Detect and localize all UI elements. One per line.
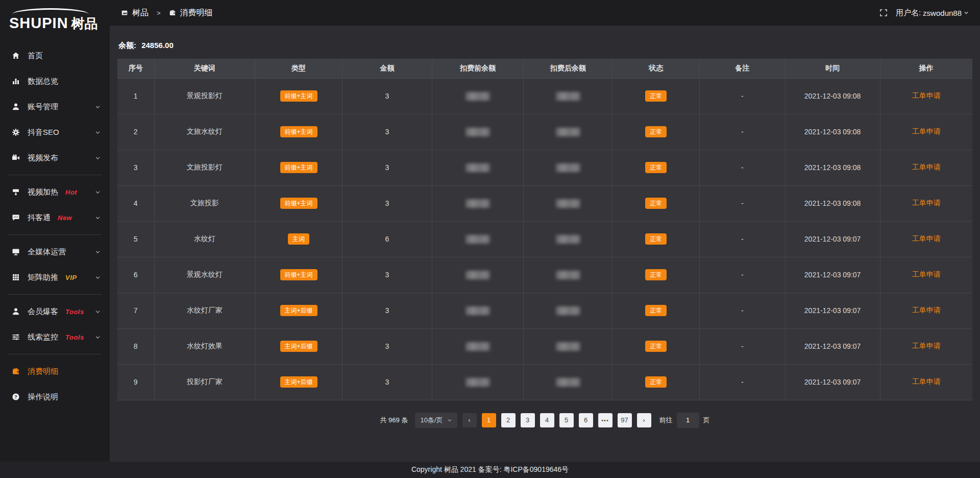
work-order-link[interactable]: 工单申请 <box>912 342 941 350</box>
divider <box>8 234 102 235</box>
table-row: 7 水纹灯厂家 主词+后缀 3 正常 - 2021-12-03 09:07 工单… <box>117 293 972 328</box>
type-badge: 前缀+主词 <box>280 269 317 280</box>
table-row: 8 水纹灯效果 主词+后缀 3 正常 - 2021-12-03 09:07 工单… <box>117 328 972 364</box>
page-number-button[interactable]: 6 <box>579 413 593 427</box>
status-badge: 正常 <box>645 126 667 137</box>
page-number-button[interactable]: 2 <box>501 413 516 427</box>
cell-amount: 3 <box>342 185 432 221</box>
masked-balance-after <box>556 271 580 279</box>
page-number-button[interactable]: 3 <box>521 413 535 427</box>
page-number-button[interactable]: 4 <box>540 413 554 427</box>
sidebar-item-label: 视频发布 <box>28 153 58 163</box>
page-number-button[interactable]: 97 <box>618 413 632 427</box>
sidebar-item[interactable]: 视频加热 Hot <box>0 179 110 205</box>
type-badge: 主词+后缀 <box>280 341 317 352</box>
sidebar-item[interactable]: 抖音SEO <box>0 119 110 145</box>
sidebar-item[interactable]: 账号管理 <box>0 94 110 119</box>
status-badge: 正常 <box>645 269 667 280</box>
logo-text-en: SHUPIN <box>9 15 68 32</box>
cell-index: 7 <box>117 293 154 328</box>
masked-balance-after <box>556 199 580 208</box>
cell-amount: 3 <box>342 364 432 400</box>
sidebar-item-label: 矩阵助推 <box>28 273 58 282</box>
app-icon <box>121 9 128 16</box>
page-size-value: 10条/页 <box>420 416 443 425</box>
heat-roller-icon <box>11 187 20 197</box>
sidebar-item-label: 线索监控 <box>28 332 58 342</box>
balance-label: 余额: <box>118 41 136 50</box>
cell-keyword: 文旅投影 <box>154 185 255 221</box>
page-size-select[interactable]: 10条/页 <box>415 413 457 428</box>
sidebar-item[interactable]: 首页 <box>0 43 110 68</box>
cell-amount: 3 <box>342 78 432 114</box>
masked-balance-before <box>465 271 490 279</box>
username-label: 用户名: <box>896 8 921 18</box>
work-order-link[interactable]: 工单申请 <box>912 270 941 278</box>
next-page-button[interactable]: › <box>637 413 651 427</box>
work-order-link[interactable]: 工单申请 <box>912 163 941 171</box>
status-badge: 正常 <box>645 305 667 316</box>
chevron-down-icon <box>95 215 101 221</box>
status-badge: 正常 <box>645 376 667 388</box>
cell-amount: 3 <box>342 328 432 364</box>
sidebar-item-label: 账号管理 <box>28 102 58 112</box>
table-header-cell: 备注 <box>700 59 786 78</box>
cell-remark: - <box>700 257 786 293</box>
sidebar-item[interactable]: ? 操作说明 <box>0 384 110 410</box>
wallet-icon <box>169 9 176 16</box>
sidebar-item-badge: New <box>58 214 72 222</box>
table-body: 1 景观投影灯 前缀+主词 3 正常 - 2021-12-03 09:08 工单… <box>117 78 972 400</box>
chevron-down-icon <box>95 334 101 340</box>
sidebar-item[interactable]: 视频发布 <box>0 145 110 171</box>
work-order-link[interactable]: 工单申请 <box>912 91 941 100</box>
table-header-cell: 操作 <box>880 59 972 78</box>
work-order-link[interactable]: 工单申请 <box>912 377 941 386</box>
sidebar-item[interactable]: 矩阵助推 VIP <box>0 265 110 290</box>
masked-balance-before <box>465 163 490 172</box>
prev-page-button[interactable]: ‹ <box>462 413 477 427</box>
sidebar-item[interactable]: 抖客通 New <box>0 205 110 230</box>
cell-remark: - <box>700 185 786 221</box>
sidebar-item[interactable]: 会员爆客 Tools <box>0 299 110 324</box>
sidebar-item[interactable]: 消费明细 <box>0 358 110 384</box>
work-order-link[interactable]: 工单申请 <box>912 127 941 135</box>
masked-balance-before <box>465 342 490 351</box>
work-order-link[interactable]: 工单申请 <box>912 234 941 243</box>
masked-balance-before <box>465 306 490 315</box>
chevron-down-icon <box>95 275 101 280</box>
table-header-row: 序号关键词类型金额扣费前余额扣费后余额状态备注时间操作 <box>117 59 972 78</box>
cell-amount: 6 <box>342 221 432 257</box>
work-order-link[interactable]: 工单申请 <box>912 199 941 207</box>
masked-balance-after <box>556 342 580 351</box>
table-row: 1 景观投影灯 前缀+主词 3 正常 - 2021-12-03 09:08 工单… <box>117 78 972 114</box>
svg-text:?: ? <box>14 394 17 399</box>
wallet-icon <box>11 367 20 376</box>
sidebar-item[interactable]: 线索监控 Tools <box>0 324 110 350</box>
cell-remark: - <box>700 328 786 364</box>
goto-page-input[interactable] <box>677 413 699 428</box>
breadcrumb-current[interactable]: 消费明细 <box>180 8 213 18</box>
page-number-button[interactable]: 5 <box>559 413 574 427</box>
page-number-button[interactable]: 1 <box>482 413 496 427</box>
page-number-button[interactable]: ••• <box>598 413 612 427</box>
user-menu[interactable]: 用户名: zswodun88 <box>896 8 969 18</box>
copyright-text: Copyright 树品 2021 备案号: 粤ICP备09019646号 <box>411 465 569 474</box>
table-header-cell: 金额 <box>342 59 432 78</box>
sidebar-item[interactable]: 全媒体运营 <box>0 239 110 265</box>
breadcrumb-root[interactable]: 树品 <box>132 8 149 18</box>
cell-time: 2021-12-03 09:08 <box>785 78 880 114</box>
sidebar-item[interactable]: 数据总览 <box>0 68 110 94</box>
work-order-link[interactable]: 工单申请 <box>912 306 941 314</box>
chevron-down-icon <box>95 249 101 255</box>
cell-amount: 3 <box>342 114 432 150</box>
cell-time: 2021-12-03 09:07 <box>785 293 880 328</box>
cell-index: 9 <box>117 364 154 400</box>
masked-balance-after <box>556 378 580 387</box>
main-column: 树品 > 消费明细 用户名: zswodun88 余额: 24856.00 <box>110 0 980 462</box>
fullscreen-icon[interactable] <box>879 9 888 17</box>
brand-logo: SHUPIN 树品 <box>0 3 110 36</box>
cell-index: 6 <box>117 257 154 293</box>
masked-balance-before <box>465 378 490 387</box>
status-badge: 正常 <box>645 341 667 352</box>
cell-amount: 3 <box>342 150 432 185</box>
